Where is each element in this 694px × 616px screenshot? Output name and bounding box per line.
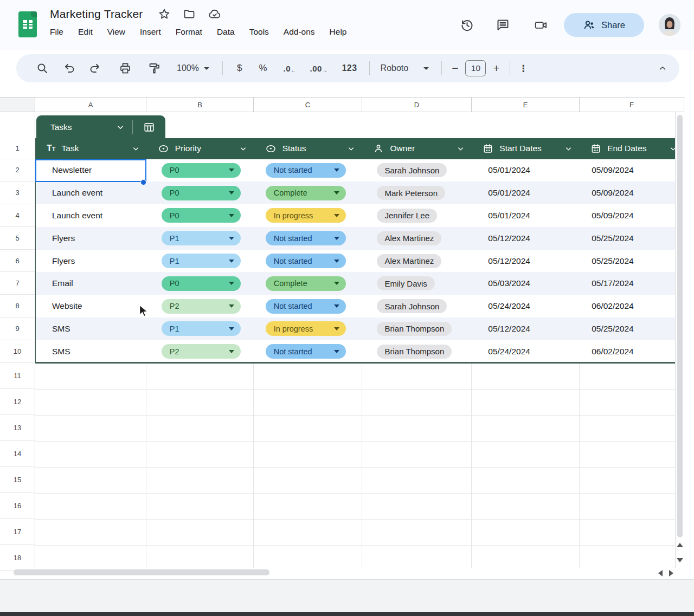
document-title[interactable]: Marketing Tracker [50,8,143,21]
comments-icon[interactable] [496,18,510,33]
status-cell[interactable]: In progress [254,317,363,340]
owner-cell[interactable]: Mark Peterson [362,181,472,204]
task-cell[interactable]: Newsletter [36,159,147,182]
grid-cell[interactable] [35,494,146,520]
grid-cell[interactable] [362,390,472,416]
row-number-2[interactable]: 2 [0,159,35,182]
table-view-icon[interactable] [143,121,155,133]
grid-cell[interactable] [472,494,580,520]
row-number-7[interactable]: 7 [0,272,35,295]
currency-format-icon[interactable]: $ [237,63,242,74]
column-letter-C[interactable]: C [254,98,362,112]
end-date-cell[interactable]: 05/25/2024 [580,250,684,273]
row-number-11[interactable]: 11 [0,363,35,389]
row-number-18[interactable]: 18 [0,545,35,571]
grid-cell[interactable] [254,364,362,390]
start-date-cell[interactable]: 05/12/2024 [472,317,580,340]
end-date-cell[interactable]: 05/09/2024 [580,204,684,227]
menu-item-view[interactable]: View [107,27,125,37]
row-number-6[interactable]: 6 [0,250,35,273]
task-cell[interactable]: Flyers [36,227,147,250]
percent-format-icon[interactable]: % [259,63,267,74]
row-number-5[interactable]: 5 [0,227,35,250]
owner-chip[interactable]: Brian Thompson [377,345,452,359]
menu-item-file[interactable]: File [50,27,63,37]
account-avatar[interactable] [659,14,680,36]
version-history-icon[interactable] [460,18,474,33]
search-icon[interactable] [36,62,49,75]
owner-chip[interactable]: Alex Martinez [377,254,441,268]
status-cell[interactable]: Complete [254,181,363,204]
row-number-15[interactable]: 15 [0,467,35,493]
cloud-saved-icon[interactable] [208,8,222,21]
grid-cell[interactable] [580,416,684,442]
grid-cell[interactable] [146,494,254,520]
more-options-icon[interactable]: ⋮ [519,63,529,74]
header-cell-owner[interactable]: Owner [362,138,472,159]
grid-cell[interactable] [254,416,362,442]
grid-cell[interactable] [146,390,254,416]
status-cell[interactable]: Not started [254,227,363,250]
redo-icon[interactable] [88,62,101,75]
status-chip[interactable]: In progress [266,208,346,223]
status-chip[interactable]: Not started [266,163,346,178]
grid-cell[interactable] [580,442,684,468]
undo-icon[interactable] [63,62,76,75]
owner-chip[interactable]: Brian Thompson [377,322,452,336]
priority-cell[interactable]: P2 [147,340,254,363]
owner-cell[interactable]: Jennifer Lee [362,204,472,227]
chevron-down-icon[interactable] [564,145,573,153]
grid-cell[interactable] [146,442,254,468]
start-date-cell[interactable]: 05/01/2024 [472,181,580,204]
scroll-up-icon[interactable] [676,543,684,548]
increase-font-size-button[interactable]: + [493,62,499,75]
meet-camera-icon[interactable] [534,18,549,33]
grid-cell[interactable] [254,520,362,546]
star-icon[interactable] [158,8,171,21]
status-chip[interactable]: Not started [266,344,346,359]
grid-cell[interactable] [35,442,146,468]
grid-cell[interactable] [580,494,684,520]
grid-cell[interactable] [362,520,472,546]
font-size-input[interactable]: 10 [465,60,486,76]
status-cell[interactable]: Not started [254,159,363,182]
task-cell[interactable]: SMS [36,317,147,340]
header-cell-end-dates[interactable]: End Dates [580,138,684,159]
priority-cell[interactable]: P0 [147,204,254,227]
increase-decimal-icon[interactable]: .00→ [310,64,328,73]
row-number-12[interactable]: 12 [0,389,35,415]
grid-cell[interactable] [35,468,146,494]
start-date-cell[interactable]: 05/03/2024 [472,272,580,295]
start-date-cell[interactable]: 05/01/2024 [472,159,580,182]
horizontal-scrollbar-thumb[interactable] [14,569,269,575]
status-chip[interactable]: Not started [266,299,346,314]
priority-cell[interactable]: P1 [147,227,254,250]
column-letter-A[interactable]: A [35,98,146,112]
share-button[interactable]: Share [564,13,644,37]
start-date-cell[interactable]: 05/24/2024 [472,340,580,363]
task-cell[interactable]: Email [36,272,147,295]
priority-cell[interactable]: P0 [147,159,254,182]
task-cell[interactable]: Launch event [36,204,147,227]
menu-item-tools[interactable]: Tools [249,27,269,37]
row-number-14[interactable]: 14 [0,441,35,467]
paint-format-icon[interactable] [148,62,161,75]
grid-cell[interactable] [254,494,362,520]
owner-cell[interactable]: Sarah Johnson [362,159,472,182]
grid-cell[interactable] [580,390,684,416]
grid-cell[interactable] [254,442,362,468]
status-cell[interactable]: Not started [254,250,363,273]
grid-cell[interactable] [580,546,684,568]
status-chip[interactable]: Not started [266,231,346,245]
grid-cell[interactable] [146,520,254,546]
status-cell[interactable]: Complete [254,272,363,295]
priority-chip[interactable]: P1 [162,321,241,336]
end-date-cell[interactable]: 06/02/2024 [580,295,684,317]
end-date-cell[interactable]: 05/09/2024 [580,159,684,182]
priority-chip[interactable]: P2 [162,344,241,359]
column-letter-E[interactable]: E [472,98,580,112]
sheets-logo-icon[interactable] [18,11,37,37]
priority-chip[interactable]: P0 [162,186,241,200]
chevron-down-icon[interactable] [132,145,140,153]
grid-cell[interactable] [580,468,684,494]
